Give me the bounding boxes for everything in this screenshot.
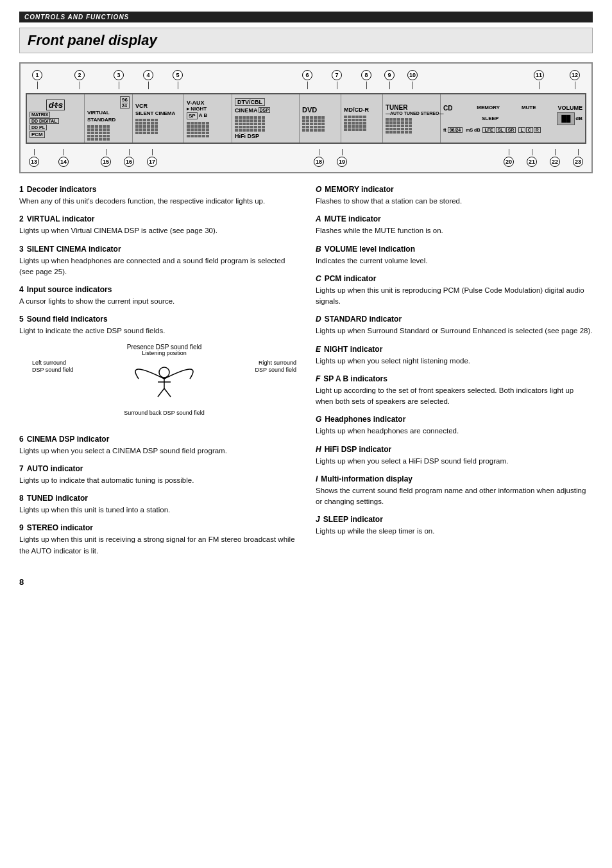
callout-10: 10 [407,70,418,80]
listener-svg [106,353,222,404]
section-G-heading: Headphones indicator [325,415,405,424]
section-F-heading: SP A B indicators [323,374,387,383]
svg-point-0 [159,367,169,378]
section-B: B VOLUME level indication Indicates the … [316,245,593,266]
callout-15: 15 [101,157,111,167]
svg-line-3 [158,388,164,397]
section-F-text: Light up according to the set of front s… [316,385,593,408]
description-columns: 1 Decoder indicators When any of this un… [19,185,593,564]
section-8-heading: TUNED indicator [27,494,88,503]
callout-13: 13 [29,157,39,167]
section-8-text: Lights up when this unit is tuned into a… [19,505,296,516]
section-O-heading: MEMORY indicator [325,185,393,194]
section-O-text: Flashes to show that a station can be st… [316,196,593,207]
callout-9: 9 [384,70,395,80]
section-4: 4 Input source indicators A cursor light… [19,285,296,307]
section-1-text: When any of this unit's decoders functio… [19,196,296,207]
section-6-heading: CINEMA DSP indicator [27,435,110,444]
section-A-heading: MUTE indicator [325,214,381,223]
callout-12: 12 [570,70,580,80]
section-7-heading: AUTO indicator [27,464,83,473]
callout-18: 18 [314,157,324,167]
section-D: D STANDARD indicator Lights up when Surr… [316,315,593,336]
callout-8: 8 [361,70,371,80]
page-title: Front panel display [28,32,157,48]
section-D-text: Lights up when Surround Standard or Surr… [316,326,593,336]
section-J-heading: SLEEP indicator [323,515,383,524]
callout-4: 4 [143,70,153,80]
callout-7: 7 [332,70,342,80]
surround-back-label: Surround back DSP sound field [32,410,296,416]
section-6-text: Lights up when you select a CINEMA DSP s… [19,446,296,456]
section-H-text: Lights up when you select a HiFi DSP sou… [316,456,593,467]
section-A-text: Flashes while the MUTE function is on. [316,225,593,236]
callout-20: 20 [504,157,514,167]
section-1: 1 Decoder indicators When any of this un… [19,185,296,207]
section-2-heading: VIRTUAL indicator [27,214,95,223]
section-3-text: Lights up when headphones are connected … [19,256,296,278]
callout-21: 21 [527,157,537,167]
section-G: G Headphones indicator Lights up when he… [316,415,593,437]
lcd-panel: d·t·s MATRIX DD DIGITAL DD PL PCM [26,93,586,144]
svg-line-4 [164,388,171,397]
section-J-text: Lights up while the sleep timer is on. [316,526,593,537]
section-2-text: Lights up when Virtual CINEMA DSP is act… [19,225,296,236]
section-5-heading: Sound field indicators [27,315,108,324]
page-number-area: 8 [19,577,593,587]
callout-6: 6 [302,70,312,80]
section-E-heading: NIGHT indicator [324,345,382,354]
section-2: 2 VIRTUAL indicator Lights up when Virtu… [19,214,296,236]
section-9: 9 STEREO indicator Lights up when this u… [19,523,296,557]
section-5-text: Light to indicate the active DSP sound f… [19,326,296,336]
section-1-heading: Decoder indicators [27,185,97,194]
right-column: O MEMORY indicator Flashes to show that … [316,185,593,564]
callout-17: 17 [147,157,157,167]
section-F: F SP A B indicators Light up according t… [316,374,593,408]
top-bar-label: CONTROLS AND FUNCTIONS [24,13,129,21]
left-column: 1 Decoder indicators When any of this un… [19,185,296,564]
page-title-box: Front panel display [19,28,593,53]
section-7: 7 AUTO indicator Lights up to indicate t… [19,464,296,486]
left-surround-label: Left surroundDSP sound field [32,360,73,374]
section-B-text: Indicates the current volume level. [316,256,593,266]
callout-22: 22 [550,157,560,167]
section-E: E NIGHT indicator Lights up when you sel… [316,345,593,367]
section-D-heading: STANDARD indicator [325,315,402,324]
section-H: H HiFi DSP indicator Lights up when you … [316,445,593,467]
section-4-heading: Input source indicators [27,285,112,294]
callout-5: 5 [173,70,183,80]
callout-16: 16 [124,157,134,167]
section-E-text: Lights up when you select night listenin… [316,356,593,367]
display-diagram: 1 2 3 4 5 [19,62,593,173]
section-I-text: Shows the current sound field program na… [316,485,593,508]
section-9-text: Lights up when this unit is receiving a … [19,534,296,557]
callout-1: 1 [32,70,42,80]
section-J: J SLEEP indicator Lights up while the sl… [316,515,593,537]
page-number: 8 [19,577,24,587]
section-A: A MUTE indicator Flashes while the MUTE … [316,214,593,236]
section-C-text: Lights up when this unit is reproducing … [316,285,593,308]
callout-2: 2 [74,70,85,80]
right-surround-label: Right surroundDSP sound field [255,360,296,374]
section-3-heading: SILENT CINEMA indicator [27,245,121,254]
callout-14: 14 [58,157,69,167]
section-3: 3 SILENT CINEMA indicator Lights up when… [19,245,296,278]
section-C-heading: PCM indicator [325,274,377,283]
section-8: 8 TUNED indicator Lights up when this un… [19,494,296,516]
section-C: C PCM indicator Lights up when this unit… [316,274,593,308]
section-B-heading: VOLUME level indication [325,245,415,254]
listening-label: Listening position [142,350,187,356]
section-9-heading: STEREO indicator [27,523,93,532]
section-5: 5 Sound field indicators Light to indica… [19,315,296,426]
section-G-text: Lights up when headphones are connected. [316,426,593,437]
section-6: 6 CINEMA DSP indicator Lights up when yo… [19,435,296,456]
callout-11: 11 [534,70,544,80]
section-4-text: A cursor lights to show the current inpu… [19,296,296,307]
callout-19: 19 [337,157,347,167]
section-I: I Multi-information display Shows the cu… [316,474,593,508]
section-H-heading: HiFi DSP indicator [325,445,391,454]
section-O: O MEMORY indicator Flashes to show that … [316,185,593,207]
controls-functions-bar: CONTROLS AND FUNCTIONS [19,12,593,22]
callout-23: 23 [573,157,583,167]
callout-3: 3 [114,70,124,80]
